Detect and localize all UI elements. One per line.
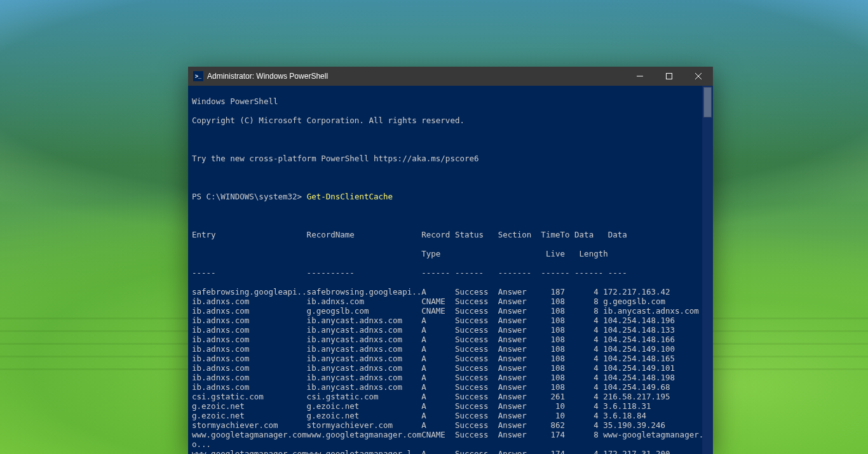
console-prompt-line: PS C:\WINDOWS\system32> Get-DnsClientCac… <box>192 192 702 201</box>
desktop-background: >_ Administrator: Windows PowerShell Win… <box>0 0 868 454</box>
powershell-icon: >_ <box>193 71 203 81</box>
vertical-scrollbar[interactable] <box>702 86 713 454</box>
powershell-window: >_ Administrator: Windows PowerShell Win… <box>188 67 713 454</box>
console-blank <box>192 173 702 182</box>
scroll-thumb[interactable] <box>703 87 712 117</box>
table-header-3: ----- ---------- ------ ------ ------- -… <box>192 268 702 277</box>
console-output[interactable]: Windows PowerShell Copyright (C) Microso… <box>188 86 702 454</box>
window-title: Administrator: Windows PowerShell <box>207 72 328 81</box>
svg-rect-0 <box>667 74 672 79</box>
console-header1: Windows PowerShell <box>192 97 702 106</box>
minimize-button[interactable] <box>625 67 654 86</box>
console-command: Get-DnsClientCache <box>307 192 393 201</box>
console-tryline: Try the new cross-platform PowerShell ht… <box>192 154 702 163</box>
console-blank <box>192 135 702 144</box>
console-blank <box>192 211 702 220</box>
console-header2: Copyright (C) Microsoft Corporation. All… <box>192 116 702 125</box>
table-header-1: Entry RecordName Record Status Section T… <box>192 230 702 239</box>
table-rows: safebrowsing.googleapi..safebrowsing.goo… <box>192 287 702 454</box>
table-header-2: Type Live Length <box>192 249 702 258</box>
maximize-button[interactable] <box>654 67 684 86</box>
window-titlebar[interactable]: >_ Administrator: Windows PowerShell <box>188 67 713 86</box>
close-button[interactable] <box>684 67 713 86</box>
